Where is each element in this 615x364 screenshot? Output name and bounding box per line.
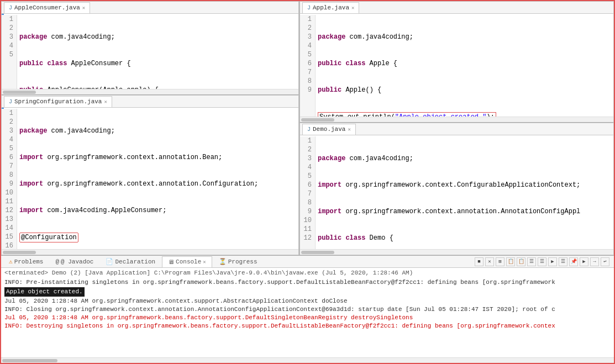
run-button[interactable]: ▶ [548,257,557,266]
console-output-5: Jul 05, 2020 1:28:48 AM org.springframew… [4,314,611,322]
apple-scrollbar[interactable] [300,117,613,122]
console-scrollbar-thumb [2,359,57,362]
demo-line-numbers: 12345 678910 1112 [300,136,316,249]
apple-code-lines: package com.java4coding; public class Ap… [316,15,613,117]
apple-consumer-scrollbar[interactable] [2,89,298,94]
apple-consumer-tab-bar: J AppleConsumer.java ✕ [2,2,298,14]
tab-declaration[interactable]: 📄 Declaration [100,256,161,267]
pin-button[interactable]: 📌 [569,257,578,266]
apple-line-1: package com.java4coding; [318,33,611,41]
apple-line-4: System.out.println("Apple object created… [318,112,611,117]
word-wrap-button[interactable]: ☰ [538,257,546,266]
tab-problems-label: Problems [14,259,44,265]
apple-consumer-code-area[interactable]: 12345 package com.java4coding; public cl… [2,14,298,89]
annotation-highlight: @Configuration [19,233,78,242]
sc-line-1: package com.java4coding; [19,126,296,135]
demo-line-3: import org.springframework.context.annot… [318,207,611,216]
apple-tab-close[interactable]: ✕ [351,5,354,11]
demo-scrollbar[interactable] [300,249,613,255]
tab-progress[interactable]: ⏳ Progress [213,256,263,267]
paste-button[interactable]: 📋 [517,257,525,266]
sc-line-5: @Configuration [19,233,296,242]
spring-config-code-lines: package com.java4coding; import org.spri… [17,109,298,249]
spring-config-tab-bar: J SpringConfiguration.java ✕ [2,96,298,108]
console-icon: 🖥 [168,259,174,266]
console-output-2: Apple object created. [4,287,85,297]
apple-tab[interactable]: J Apple.java ✕ [302,2,359,13]
spring-config-code-wrapper: 12345 678910 1112131415 1617 package com… [2,108,298,255]
remove-all-button[interactable]: ⊠ [496,257,504,266]
tab-javadoc[interactable]: @ @ Javadoc [50,256,99,267]
demo-tab-close[interactable]: ✕ [348,126,350,133]
demo-line-1: package com.java4coding; [318,154,611,163]
demo-pane: J Demo.java ✕ 12345 678910 1112 [299,123,614,255]
back-button[interactable]: ↩ [601,257,609,266]
console-toolbar: ■ ✕ ⊠ 📋 📋 ☰ ☰ ▶ ☰ 📌 ▶ → ↩ [475,257,612,266]
java-file-icon-3: J [307,5,311,11]
terminated-line: <terminated> Demo (2) [Java Application]… [4,269,611,277]
console-output-3: Jul 05, 2020 1:28:48 AM org.springframew… [4,297,611,305]
spring-config-line-numbers: 12345 678910 1112131415 1617 [2,109,17,249]
apple-code-area[interactable]: 12345 6789 package com.java4coding; publ… [300,14,613,117]
forward-button[interactable]: → [590,257,599,266]
javadoc-icon: @ [55,259,59,265]
code-line-ac3: public AppleConsumer(Apple apple) { [19,86,296,89]
apple-consumer-code-lines: package com.java4coding; public class Ap… [17,15,298,89]
apple-consumer-tab-label: AppleConsumer.java [14,4,80,11]
spring-config-tab[interactable]: J SpringConfiguration.java ✕ [4,96,112,107]
console-output-4: INFO: Closing org.springframework.contex… [4,305,611,314]
apple-line-3: public Apple() { [318,86,611,94]
apple-consumer-tab[interactable]: J AppleConsumer.java ✕ [4,2,90,13]
left-panel: J AppleConsumer.java ✕ 12345 packag [1,1,299,255]
apple-consumer-line-numbers: 12345 [2,15,17,89]
sc-line-4: import com.java4coding.AppleConsumer; [19,206,296,215]
code-line-ac2: public class AppleConsumer { [19,59,296,68]
play2-button[interactable]: ▶ [580,257,588,266]
apple-line-2: public class Apple { [318,59,611,68]
demo-tab-bar: J Demo.java ✕ [300,123,613,135]
demo-code-content: 12345 678910 1112 package com.java4codin… [300,136,613,249]
spring-config-code-area[interactable]: 12345 678910 1112131415 1617 package com… [2,108,298,249]
tab-problems[interactable]: ⚠ Problems [3,256,49,267]
spring-config-tab-close[interactable]: ✕ [104,99,107,105]
console-tab-close[interactable]: ✕ [203,259,206,265]
declaration-icon: 📄 [106,258,113,265]
scroll-lock-button[interactable]: ☰ [527,257,536,266]
highlighted-print-statement: System.out.println("Apple object created… [318,112,496,117]
apple-tab-label: Apple.java [313,4,349,11]
console-area: ⚠ Problems @ @ Javadoc 📄 Declaration 🖥 C… [1,255,614,363]
demo-scrollbar-thumb [301,251,334,254]
editor-area: J AppleConsumer.java ✕ 12345 packag [1,1,614,255]
spring-config-scrollbar-thumb [3,251,36,254]
demo-tab[interactable]: J Demo.java ✕ [302,124,356,135]
remove-button[interactable]: ✕ [485,257,494,266]
console-tab-bar: ⚠ Problems @ @ Javadoc 📄 Declaration 🖥 C… [1,256,614,268]
apple-line-numbers: 12345 6789 [300,15,316,117]
sc-line-3: import org.springframework.context.annot… [19,180,296,188]
demo-code-lines: package com.java4coding; import org.spri… [316,136,613,249]
main-window: J AppleConsumer.java ✕ 12345 packag [0,0,615,364]
apple-consumer-code-wrapper: 12345 package com.java4coding; public cl… [2,14,298,94]
console-scrollbar-h[interactable] [1,357,614,363]
tab-declaration-label: Declaration [115,259,155,265]
apple-pane: J Apple.java ✕ 12345 6789 pack [299,1,614,123]
problems-icon: ⚠ [9,258,13,265]
menu-button[interactable]: ☰ [559,257,567,266]
tab-console[interactable]: 🖥 Console ✕ [162,256,212,267]
sc-line-2: import org.springframework.context.annot… [19,153,296,162]
demo-line-4: public class Demo { [318,234,611,242]
console-output-1: INFO: Pre-instantiating singletons in or… [4,278,611,287]
apple-code-content: 12345 6789 package com.java4coding; publ… [300,15,613,117]
apple-consumer-tab-close[interactable]: ✕ [82,5,85,11]
tab-javadoc-label: @ Javadoc [61,259,93,265]
copy-button[interactable]: 📋 [506,257,515,266]
console-output-6: INFO: Destroying singletons in org.sprin… [4,322,611,330]
stop-button[interactable]: ■ [475,257,483,266]
spring-config-scrollbar[interactable] [2,249,298,255]
spring-config-tab-label: SpringConfiguration.java [14,98,102,105]
java-file-icon-2: J [9,99,12,105]
apple-tab-bar: J Apple.java ✕ [300,2,613,14]
tab-console-label: Console [176,259,201,265]
apple-scrollbar-thumb [301,118,334,122]
demo-code-area[interactable]: 12345 678910 1112 package com.java4codin… [300,135,613,249]
